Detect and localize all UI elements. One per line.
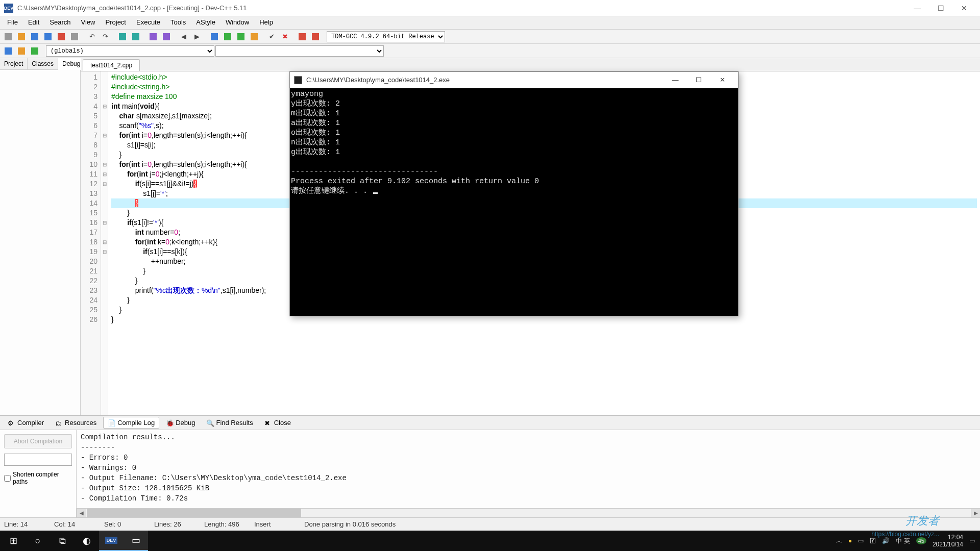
window-maximize-button[interactable]: ☐ bbox=[929, 0, 952, 16]
window-titlebar: DEV C:\Users\MY\Desktop\yma_code\test101… bbox=[0, 0, 980, 16]
open-file-button[interactable] bbox=[15, 31, 28, 43]
scroll-thumb[interactable] bbox=[87, 509, 301, 517]
print-button[interactable] bbox=[68, 31, 81, 43]
taskbar-time: 12:04 bbox=[933, 534, 963, 541]
forward-button[interactable]: ▶ bbox=[191, 31, 203, 43]
shorten-paths-checkbox[interactable]: Shorten compiler paths bbox=[4, 471, 72, 485]
status-insert-mode: Insert bbox=[254, 520, 290, 528]
secondary-toolbar: (globals) bbox=[0, 44, 980, 58]
status-col: Col: 14 bbox=[54, 520, 90, 528]
output-tab-compiler[interactable]: ⚙Compiler bbox=[3, 417, 48, 429]
compiler-profile-select[interactable]: TDM-GCC 4.9.2 64-bit Release bbox=[327, 31, 445, 42]
taskbar-app-console[interactable]: ▭ bbox=[124, 531, 148, 551]
console-titlebar[interactable]: C:\Users\MY\Desktop\yma_code\test1014_2.… bbox=[290, 72, 738, 88]
line-number-gutter: 1234567891011121314151617181920212223242… bbox=[81, 71, 101, 415]
file-tab-bar: test1014_2.cpp bbox=[81, 58, 980, 71]
menu-execute[interactable]: Execute bbox=[131, 16, 165, 29]
console-close-button[interactable]: ✕ bbox=[710, 72, 734, 88]
menu-search[interactable]: Search bbox=[44, 16, 76, 29]
scope-select[interactable]: (globals) bbox=[46, 45, 214, 57]
scroll-right-arrow[interactable]: ▶ bbox=[971, 509, 980, 517]
toggle-bookmark-button[interactable] bbox=[147, 31, 159, 43]
output-tab-compile-log[interactable]: 📄Compile Log bbox=[103, 417, 159, 429]
menu-tools[interactable]: Tools bbox=[165, 16, 191, 29]
status-message: Done parsing in 0.016 seconds bbox=[304, 520, 976, 528]
run-button[interactable] bbox=[222, 31, 234, 43]
console-window[interactable]: C:\Users\MY\Desktop\yma_code\test1014_2.… bbox=[289, 71, 739, 316]
task-view-button[interactable]: ⧉ bbox=[50, 531, 75, 551]
close-file-button[interactable] bbox=[55, 31, 67, 43]
back-button[interactable]: ◀ bbox=[178, 31, 190, 43]
tray-chevron-icon[interactable]: ︿ bbox=[836, 537, 842, 545]
replace-button[interactable] bbox=[130, 31, 142, 43]
search-button[interactable]: ○ bbox=[26, 531, 50, 551]
taskbar-clock[interactable]: 12:04 2021/10/14 bbox=[933, 534, 963, 548]
tab-icon: ✖ bbox=[264, 419, 272, 427]
horizontal-scrollbar[interactable]: ◀ ▶ bbox=[77, 508, 980, 517]
console-maximize-button[interactable]: ☐ bbox=[687, 72, 710, 88]
tray-badge[interactable]: 45 bbox=[916, 537, 926, 544]
output-tab-close[interactable]: ✖Close bbox=[260, 417, 296, 429]
rebuild-button[interactable] bbox=[248, 31, 260, 43]
console-output[interactable]: ymayong y出现次数: 2 m出现次数: 1 a出现次数: 1 o出现次数… bbox=[290, 88, 738, 316]
menu-window[interactable]: Window bbox=[220, 16, 254, 29]
taskbar-date: 2021/10/14 bbox=[933, 541, 963, 548]
debug-button[interactable]: ✔ bbox=[265, 31, 278, 43]
compile-run-button[interactable] bbox=[235, 31, 247, 43]
taskbar-app-1[interactable]: ◐ bbox=[75, 531, 99, 551]
compiler-path-input[interactable] bbox=[4, 454, 72, 466]
project-panel-tabs: ProjectClassesDebug bbox=[0, 58, 80, 70]
tray-volume-icon[interactable]: 🔊 bbox=[882, 537, 890, 544]
tray-battery-icon[interactable]: ▭ bbox=[858, 537, 864, 544]
member-select[interactable] bbox=[215, 45, 384, 57]
left-tab-project[interactable]: Project bbox=[0, 58, 28, 69]
status-line: Line: 14 bbox=[4, 520, 40, 528]
taskbar-app-devcpp[interactable]: DEV bbox=[99, 531, 124, 551]
profile-analysis-button[interactable] bbox=[309, 31, 322, 43]
output-tab-find-results[interactable]: 🔍Find Results bbox=[202, 417, 257, 429]
tab-icon: 📄 bbox=[108, 419, 115, 427]
tab-icon: 🔍 bbox=[206, 419, 213, 427]
window-title: C:\Users\MY\Desktop\yma_code\test1014_2.… bbox=[17, 4, 247, 12]
save-button[interactable] bbox=[29, 31, 41, 43]
fold-column[interactable]: ⊟⊟⊟⊟⊟⊟⊟⊟ bbox=[101, 71, 108, 415]
compile-button[interactable] bbox=[208, 31, 220, 43]
find-button[interactable] bbox=[116, 31, 129, 43]
shorten-paths-checkbox-input[interactable] bbox=[4, 475, 11, 482]
menu-file[interactable]: File bbox=[2, 16, 23, 29]
left-tab-classes[interactable]: Classes bbox=[28, 58, 58, 69]
new-file-button[interactable] bbox=[2, 31, 14, 43]
undo-button[interactable]: ↶ bbox=[86, 31, 98, 43]
redo-button[interactable]: ↷ bbox=[99, 31, 111, 43]
tray-onedrive-icon[interactable]: ● bbox=[848, 537, 852, 544]
status-length: Length: 496 bbox=[204, 520, 240, 528]
system-tray[interactable]: ︿ ● ▭ ⚿ 🔊 中 英 45 12:04 2021/10/14 ▭ bbox=[836, 534, 979, 548]
tray-notifications-icon[interactable]: ▭ bbox=[969, 537, 975, 544]
menu-astyle[interactable]: AStyle bbox=[191, 16, 220, 29]
file-tab[interactable]: test1014_2.cpp bbox=[83, 59, 140, 71]
stop-button[interactable]: ✖ bbox=[279, 31, 291, 43]
app-icon: DEV bbox=[4, 4, 13, 13]
window-close-button[interactable]: ✕ bbox=[952, 0, 976, 16]
compile-log-text[interactable]: Compilation results... -------- - Errors… bbox=[77, 430, 980, 508]
tray-ime-indicator[interactable]: 中 英 bbox=[896, 537, 910, 545]
menu-view[interactable]: View bbox=[76, 16, 101, 29]
insert-button[interactable] bbox=[15, 45, 28, 57]
goto-bookmark-button[interactable] bbox=[160, 31, 173, 43]
save-all-button[interactable] bbox=[42, 31, 54, 43]
console-minimize-button[interactable]: — bbox=[664, 72, 687, 88]
menu-edit[interactable]: Edit bbox=[23, 16, 44, 29]
window-minimize-button[interactable]: — bbox=[905, 0, 929, 16]
start-button[interactable]: ⊞ bbox=[1, 531, 26, 551]
profile-button[interactable] bbox=[296, 31, 308, 43]
menu-project[interactable]: Project bbox=[101, 16, 131, 29]
compile-controls: Abort Compilation Shorten compiler paths bbox=[0, 430, 77, 517]
goto-button[interactable] bbox=[29, 45, 41, 57]
output-tab-resources[interactable]: 🗂Resources bbox=[51, 417, 101, 429]
windows-taskbar: ⊞ ○ ⧉ ◐ DEV ▭ ︿ ● ▭ ⚿ 🔊 中 英 45 12:04 202… bbox=[0, 531, 980, 551]
scroll-left-arrow[interactable]: ◀ bbox=[77, 509, 86, 517]
new-class-button[interactable] bbox=[2, 45, 14, 57]
tray-wifi-icon[interactable]: ⚿ bbox=[870, 537, 876, 544]
menu-help[interactable]: Help bbox=[254, 16, 278, 29]
output-tab-debug[interactable]: 🐞Debug bbox=[161, 417, 200, 429]
